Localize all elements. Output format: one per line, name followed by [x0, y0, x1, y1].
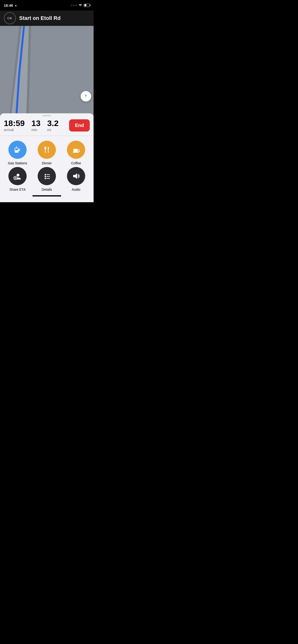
svg-marker-30 [73, 173, 77, 179]
svg-point-24 [45, 174, 46, 176]
share-eta-label: Share ETA [9, 188, 26, 192]
arrival-stat: 18:59 arrival [4, 119, 25, 132]
minutes-label: min [32, 128, 41, 132]
battery-icon [84, 4, 90, 7]
compass-button[interactable] [81, 91, 91, 102]
action-coffee[interactable]: Coffee [62, 141, 90, 165]
arrival-time: 18:59 [4, 119, 25, 127]
handle-bar [43, 115, 51, 116]
svg-marker-6 [85, 94, 87, 96]
location-arrow-icon: ▲ [14, 4, 17, 7]
signal-icon [71, 5, 77, 6]
nav-maneuver-icon [4, 12, 16, 24]
actions-grid: Gas Stations Dinner [0, 136, 94, 193]
svg-point-0 [8, 17, 9, 19]
nav-header: Start on Etoll Rd [0, 10, 94, 26]
dinner-label: Dinner [42, 161, 52, 165]
audio-label: Audio [72, 188, 80, 192]
distance-stat: 3.2 mi [47, 119, 59, 132]
duration-stat: 13 min [32, 119, 41, 132]
svg-point-13 [16, 146, 17, 147]
bottom-sheet: 18:59 arrival 13 min 3.2 mi End [0, 113, 94, 202]
action-share-eta[interactable]: Share ETA [4, 167, 31, 192]
gas-stations-label: Gas Stations [8, 161, 27, 165]
details-label: Details [42, 188, 52, 192]
svg-rect-18 [73, 149, 78, 152]
audio-circle [67, 167, 85, 185]
details-circle [38, 167, 56, 185]
sheet-handle[interactable] [0, 113, 94, 117]
wifi-icon [78, 3, 82, 7]
gas-stations-circle [9, 141, 27, 159]
status-bar: 18:46 ▲ [0, 0, 94, 10]
distance-label: mi [47, 128, 59, 132]
home-bar [32, 195, 61, 196]
dinner-circle [38, 141, 56, 159]
action-audio[interactable]: Audio [62, 167, 90, 192]
arrival-label: arrival [4, 128, 25, 132]
share-eta-circle [9, 167, 27, 185]
distance-value: 3.2 [47, 119, 59, 127]
svg-point-28 [45, 178, 46, 179]
time-display: 18:46 [4, 3, 13, 8]
status-icons [71, 3, 90, 7]
svg-point-26 [45, 176, 46, 177]
svg-rect-9 [15, 148, 18, 150]
svg-point-20 [17, 174, 20, 176]
end-button[interactable]: End [69, 119, 90, 132]
home-indicator [0, 193, 94, 198]
svg-rect-11 [19, 149, 20, 151]
svg-marker-7 [85, 96, 87, 98]
coffee-label: Coffee [71, 161, 81, 165]
trip-info-row: 18:59 arrival 13 min 3.2 mi End [0, 117, 94, 136]
action-gas-stations[interactable]: Gas Stations [4, 141, 31, 165]
nav-instruction: Start on Etoll Rd [19, 15, 60, 21]
action-dinner[interactable]: Dinner [33, 141, 60, 165]
minutes-value: 13 [32, 119, 41, 127]
coffee-circle [67, 141, 85, 159]
status-time: 18:46 ▲ [4, 3, 17, 8]
action-details[interactable]: Details [33, 167, 60, 192]
